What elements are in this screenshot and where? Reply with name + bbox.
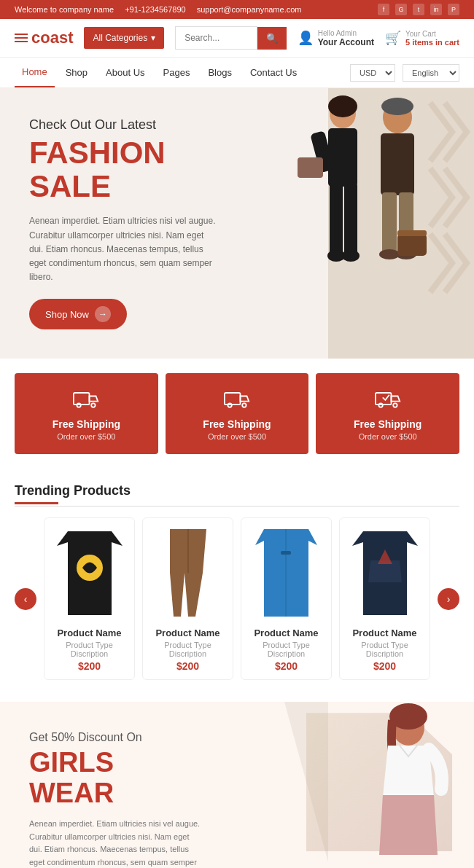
product-card-1[interactable]: Product Name Product Type Discription $2… (44, 517, 135, 680)
top-bar-social: f G t in P (378, 4, 459, 15)
product-price-3: $200 (249, 660, 324, 672)
user-icon: 👤 (298, 30, 314, 46)
svg-rect-18 (74, 393, 90, 404)
nav-about[interactable]: About Us (98, 58, 152, 87)
hero-section: Check Out Our Latest FASHION SALE Aenean… (0, 88, 474, 359)
svg-point-23 (242, 404, 246, 407)
svg-rect-30 (281, 551, 291, 555)
nav-pages[interactable]: Pages (156, 58, 198, 87)
products-row: ‹ Product Name Product Type Discription … (15, 517, 459, 680)
arrow-right-icon: → (95, 306, 111, 322)
girls-subtitle: Get 50% Discount On (29, 731, 204, 744)
nav-blogs[interactable]: Blogs (201, 58, 239, 87)
product-price-1: $200 (52, 660, 127, 672)
svg-rect-11 (381, 133, 414, 195)
trending-title: Trending Products (15, 483, 459, 498)
main-nav: Home Shop About Us Pages Blogs Contact U… (0, 58, 474, 88)
facebook-icon[interactable]: f (378, 4, 389, 15)
hero-shop-button[interactable]: Shop Now → (29, 299, 127, 329)
google-plus-icon[interactable]: G (395, 4, 407, 15)
hero-image (241, 88, 474, 359)
tshirt-image-1 (57, 531, 123, 615)
hero-content: Check Out Our Latest FASHION SALE Aenean… (0, 88, 248, 359)
carousel-next-button[interactable]: › (438, 588, 459, 610)
linkedin-icon[interactable]: in (430, 4, 442, 15)
feature-box-1: Free Shipping Order over $500 (15, 373, 158, 454)
hero-title: FASHION SALE (29, 136, 219, 203)
product-type-4: Product Type Discription (347, 641, 422, 658)
account-info: Hello Admin Your Account (318, 29, 374, 47)
tshirt-image-2 (352, 531, 418, 615)
feature-sub-2: Order over $500 (176, 432, 298, 441)
phone-text: +91-1234567890 (125, 5, 186, 14)
nav-contact[interactable]: Contact Us (243, 58, 304, 87)
email-text: support@companyname.com (197, 5, 302, 14)
girls-banner-image (270, 702, 474, 868)
trending-underline (15, 502, 58, 504)
nav-home[interactable]: Home (15, 58, 55, 87)
nav-right: USD EUR English Spanish (350, 64, 459, 82)
search-bar: 🔍 (175, 26, 286, 50)
search-input[interactable] (175, 26, 257, 50)
svg-point-20 (92, 404, 96, 407)
cart-info: Your Cart 5 items in cart (405, 30, 459, 47)
girls-title: GIRLS WEAR (29, 748, 204, 809)
hero-fashion-image (263, 88, 474, 336)
product-type-1: Product Type Discription (52, 641, 127, 658)
feature-title-2: Free Shipping (176, 418, 298, 430)
search-button[interactable]: 🔍 (257, 27, 287, 50)
search-icon: 🔍 (266, 33, 278, 44)
product-card-4[interactable]: Product Name Product Type Discription $2… (339, 517, 430, 680)
girls-fashion-image (299, 702, 467, 855)
currency-select[interactable]: USD EUR (350, 64, 395, 82)
twitter-icon[interactable]: t (413, 4, 424, 15)
carousel-prev-button[interactable]: ‹ (15, 588, 36, 610)
shirt-image (255, 529, 317, 617)
pinterest-icon[interactable]: P (448, 4, 459, 15)
trending-header: Trending Products (15, 483, 459, 507)
feature-sub-3: Order over $500 (327, 432, 448, 441)
feature-box-3: Free Shipping Order over $500 (316, 373, 459, 454)
logo[interactable]: coast (15, 28, 73, 47)
header: coast All Categories ▾ 🔍 👤 Hello Admin Y… (0, 19, 474, 58)
hero-subtitle: Check Out Our Latest (29, 117, 219, 133)
categories-label: All Categories (93, 33, 147, 43)
product-card-3[interactable]: Product Name Product Type Discription $2… (241, 517, 332, 680)
svg-rect-16 (397, 234, 427, 256)
language-select[interactable]: English Spanish (403, 64, 459, 82)
svg-point-6 (342, 250, 360, 262)
svg-point-1 (328, 95, 357, 117)
svg-rect-12 (382, 192, 397, 254)
cart-action[interactable]: 🛒 Your Cart 5 items in cart (385, 30, 459, 47)
product-image-4 (347, 525, 422, 620)
features-section: Free Shipping Order over $500 Free Shipp… (0, 359, 474, 469)
trending-divider (15, 506, 459, 507)
categories-button[interactable]: All Categories ▾ (84, 27, 164, 49)
feature-sub-1: Order over $500 (26, 432, 147, 441)
svg-point-10 (381, 98, 413, 115)
account-label: Your Account (318, 37, 374, 47)
top-bar-left: Welcome to company name +91-1234567890 s… (15, 5, 301, 14)
logo-icon (15, 34, 28, 42)
products-container: Product Name Product Type Discription $2… (44, 517, 430, 680)
product-name-3: Product Name (249, 627, 324, 638)
nav-shop[interactable]: Shop (58, 58, 95, 87)
truck-icon (73, 386, 99, 413)
svg-rect-17 (397, 230, 427, 236)
shipping-icon-2 (176, 386, 298, 413)
svg-rect-8 (298, 157, 323, 178)
product-name-1: Product Name (52, 627, 127, 638)
girls-description: Aenean imperdiet. Etiam ultricies nisi v… (29, 818, 204, 868)
feature-title-3: Free Shipping (327, 418, 448, 430)
svg-rect-2 (328, 128, 357, 187)
product-type-2: Product Type Discription (150, 641, 225, 658)
svg-rect-21 (225, 393, 241, 404)
girls-banner-content: Get 50% Discount On GIRLS WEAR Aenean im… (0, 702, 233, 868)
shipping-icon-3 (327, 386, 448, 413)
chevron-down-icon: ▾ (151, 33, 155, 43)
product-card-2[interactable]: Product Name Product Type Discription $2… (142, 517, 233, 680)
product-type-3: Product Type Discription (249, 641, 324, 658)
hero-description: Aenean imperdiet. Etiam ultricies nisi v… (29, 214, 219, 284)
account-action[interactable]: 👤 Hello Admin Your Account (298, 29, 374, 47)
product-image-1 (52, 525, 127, 620)
